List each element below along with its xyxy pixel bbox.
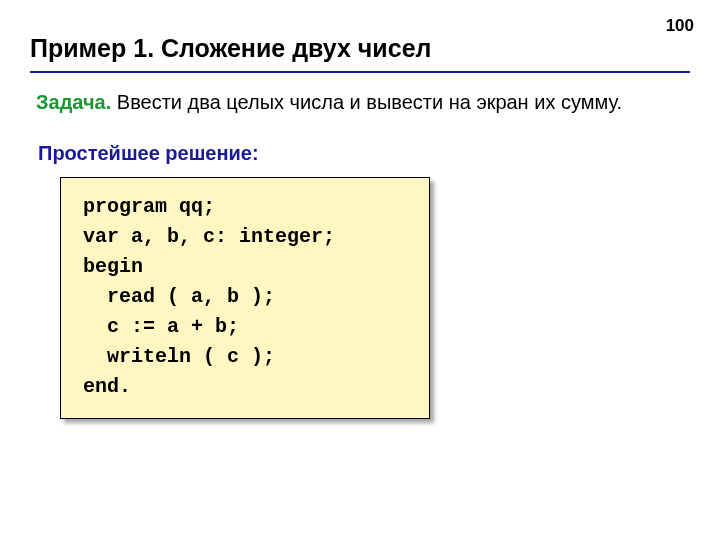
task-label: Задача. — [36, 91, 111, 113]
task-body: Ввести два целых числа и вывести на экра… — [111, 91, 622, 113]
solution-subheading: Простейшее решение: — [30, 142, 690, 165]
code-block: program qq; var a, b, c: integer; begin … — [60, 177, 430, 419]
page-number: 100 — [666, 16, 694, 36]
task-text: Задача. Ввести два целых числа и вывести… — [30, 89, 690, 116]
page-title: Пример 1. Сложение двух чисел — [30, 34, 690, 73]
